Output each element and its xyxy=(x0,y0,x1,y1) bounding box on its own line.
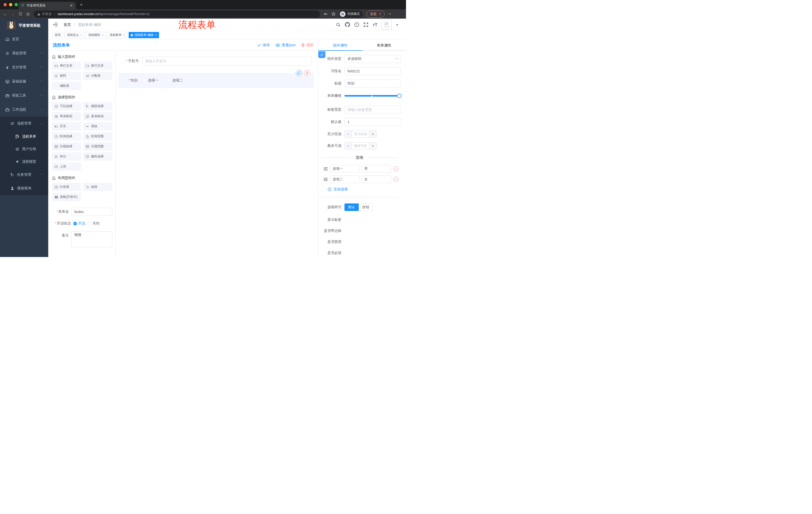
search-icon[interactable] xyxy=(336,22,341,27)
palette-item-dropdown[interactable]: 下拉选择 xyxy=(52,102,81,110)
sidebar-item-process-form[interactable]: 流程表单 xyxy=(0,130,48,143)
palette-item-single-text[interactable]: 单行文本 xyxy=(52,62,81,70)
field-name-input[interactable] xyxy=(344,67,401,75)
palette-item-counter[interactable]: 123 计数器 xyxy=(83,72,113,80)
tab-form-props[interactable]: 表单属性 xyxy=(362,40,406,51)
stepper-minus-button[interactable]: − xyxy=(345,131,352,138)
copy-field-button[interactable] xyxy=(296,70,302,76)
stepper-plus-button[interactable]: + xyxy=(369,142,376,150)
collapse-sidebar-icon[interactable] xyxy=(53,22,58,27)
palette-item-rate[interactable]: 评分 xyxy=(52,153,81,161)
form-remark-textarea[interactable]: 嘿嘿 xyxy=(71,231,112,247)
sidebar-item-task-mgmt[interactable]: 任务管理 ﹀ xyxy=(0,168,48,182)
bookmark-star-icon[interactable] xyxy=(331,12,336,16)
drag-handle-icon[interactable] xyxy=(323,167,328,171)
option-value-input[interactable] xyxy=(361,175,391,183)
minimize-window-button[interactable] xyxy=(9,3,12,6)
sidebar-item-devtools[interactable]: 研发工具 ﹀ xyxy=(0,88,48,103)
palette-item-radio-group[interactable]: 单选框组 xyxy=(52,112,81,120)
palette-item-checkbox-group[interactable]: 多选框组 xyxy=(83,112,113,120)
slider-handle[interactable] xyxy=(397,93,402,98)
form-name-input[interactable] xyxy=(71,208,112,216)
tab-component-props[interactable]: 组件属性 xyxy=(318,40,362,51)
back-icon[interactable]: ← xyxy=(1,12,9,16)
sidebar-item-workflow[interactable]: 工作流程 ︿ xyxy=(0,103,48,117)
gender-checkbox-option1[interactable]: 选项一 xyxy=(142,78,158,83)
option-label-input[interactable] xyxy=(330,175,359,183)
home-icon[interactable] xyxy=(24,12,32,16)
title-input[interactable] xyxy=(344,79,401,87)
delete-field-button[interactable] xyxy=(304,70,310,76)
url-bar[interactable]: 不安全 | dashboard.yudao.iocoder.cn/bpm/man… xyxy=(34,10,320,18)
add-option-button[interactable]: 添加选项 xyxy=(328,187,401,192)
tag-process-form[interactable]: 流程表单× xyxy=(107,32,127,38)
form-grid-slider[interactable] xyxy=(344,92,401,100)
close-window-button[interactable] xyxy=(3,3,7,6)
help-icon[interactable]: ? xyxy=(354,22,359,27)
forward-icon[interactable]: → xyxy=(9,12,17,16)
tag-close-icon[interactable]: × xyxy=(80,33,82,37)
gender-checkbox-option2[interactable]: 选项二 xyxy=(167,78,183,83)
palette-item-time-picker[interactable]: 时间选择 xyxy=(52,132,81,141)
clear-button[interactable]: 清空 xyxy=(301,43,314,48)
remove-option-button[interactable] xyxy=(394,166,399,171)
tab-close-icon[interactable]: ✕ xyxy=(69,3,74,7)
user-avatar[interactable] xyxy=(382,20,392,30)
palette-item-color-picker[interactable]: 颜色选择 xyxy=(83,153,113,161)
palette-item-date-range[interactable]: 日期范围 xyxy=(83,142,113,151)
status-radio-closed[interactable]: 关闭 xyxy=(88,221,99,226)
style-button-button[interactable]: 按钮 xyxy=(359,204,373,211)
tag-process-form-edit[interactable]: 流程表单-编辑× xyxy=(128,32,159,38)
browser-menu-icon[interactable]: ⋮ xyxy=(379,12,382,16)
browser-update-button[interactable]: 更新 ⋮ xyxy=(366,10,385,18)
maximize-window-button[interactable] xyxy=(14,3,18,6)
remove-option-button[interactable] xyxy=(394,177,399,182)
sidebar-item-system[interactable]: 系统管理 ﹀ xyxy=(0,46,48,60)
github-icon[interactable] xyxy=(345,22,350,27)
palette-item-password[interactable]: 密码 xyxy=(52,72,81,80)
link-tab[interactable] xyxy=(318,51,325,58)
sidebar-item-home[interactable]: 首页 xyxy=(0,32,48,46)
tag-process-model[interactable]: 流程模型× xyxy=(86,32,106,38)
stepper-plus-button[interactable]: + xyxy=(369,131,376,138)
view-json-button[interactable]: 查看json xyxy=(276,43,296,48)
canvas-field-gender-selected[interactable]: *性别 选项一 选项二 xyxy=(118,73,314,88)
sidebar-item-process-model[interactable]: 流程模型 xyxy=(0,155,48,168)
breadcrumb-home[interactable]: 首页 xyxy=(63,23,71,27)
palette-item-slider[interactable]: 滑块 xyxy=(83,122,113,131)
option-value-input[interactable] xyxy=(361,165,391,172)
palette-item-multi-text[interactable]: 多行文本 xyxy=(83,62,113,70)
tag-home[interactable]: 首页 xyxy=(53,32,63,38)
reload-icon[interactable] xyxy=(17,12,24,16)
default-value-input[interactable] xyxy=(344,118,401,126)
sidebar-item-infra[interactable]: 基础设施 ﹀ xyxy=(0,75,48,88)
palette-item-switch[interactable]: 开关 xyxy=(52,122,81,131)
style-default-button[interactable]: 默认 xyxy=(344,204,359,211)
palette-item-editor[interactable]: 编辑器 xyxy=(52,82,81,90)
palette-item-table[interactable]: 表格[开发中] xyxy=(52,193,81,201)
sidebar-item-user-group[interactable]: 用户分组 xyxy=(0,143,48,155)
label-width-input[interactable] xyxy=(344,106,401,114)
tag-close-icon[interactable]: × xyxy=(123,33,125,37)
macos-traffic-lights[interactable] xyxy=(3,3,18,6)
status-radio-open[interactable]: 开启 xyxy=(74,221,85,226)
sidebar-item-process-mgmt[interactable]: 流程管理 ︿ xyxy=(0,117,48,130)
browser-tab[interactable]: 芋道管理系统 ✕ xyxy=(19,2,76,9)
sidebar-item-payment[interactable]: ¥ 支付管理 ﹀ xyxy=(0,60,48,75)
stepper-minus-button[interactable]: − xyxy=(345,142,352,150)
save-button[interactable]: 保存 xyxy=(257,43,270,48)
tag-close-icon[interactable]: × xyxy=(102,33,104,37)
palette-item-row-container[interactable]: 行容器 xyxy=(52,183,81,191)
drag-handle-icon[interactable] xyxy=(323,177,328,182)
fullscreen-icon[interactable] xyxy=(364,22,368,27)
phone-input[interactable] xyxy=(142,57,312,65)
new-tab-button[interactable]: + xyxy=(80,2,83,7)
password-key-icon[interactable] xyxy=(324,12,328,16)
palette-item-date-picker[interactable]: 日期选择 xyxy=(52,142,81,151)
tag-process-definition[interactable]: 流程定义× xyxy=(64,32,84,38)
palette-item-cascader[interactable]: 级联选择 xyxy=(83,102,113,110)
browser-caret-icon[interactable]: ▼ xyxy=(389,12,391,15)
sidebar-item-leave-query[interactable]: 请假查询 xyxy=(0,182,48,195)
canvas-field-phone[interactable]: *手机号 xyxy=(116,57,312,65)
component-type-select[interactable] xyxy=(344,55,401,63)
